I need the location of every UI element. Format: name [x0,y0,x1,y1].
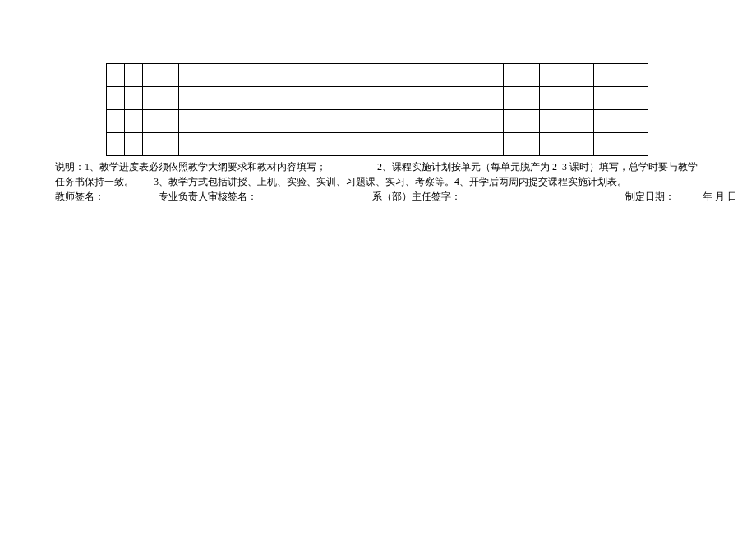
table-row [107,87,648,110]
notes-item-2-part1: 2、课程实施计划按单元（每单元脱产为 2–3 课时）填写，总学时要与教学 [377,161,698,173]
notes-item-4: 4、开学后两周内提交课程实施计划表。 [454,176,627,187]
notes-item-3: 3、教学方式包括讲授、上机、实验、实训、习题课、实习、考察等。 [154,176,454,187]
dept-head-signature-label: 系（部）主任签字： [372,191,461,202]
date-value: 年 月 日 [703,191,737,202]
table-row [107,64,648,87]
lead-signature-label: 专业负责人审核签名： [159,191,257,202]
table-row [107,110,648,133]
table-row [107,133,648,156]
teacher-signature-label: 教师签名： [55,191,104,202]
date-label: 制定日期： [625,191,675,202]
notes-prefix: 说明： [55,161,85,173]
signature-line: 教师签名：专业负责人审核签名：系（部）主任签字：制定日期：年 月 日 [55,189,756,204]
notes-item-1: 1、教学进度表必须依照教学大纲要求和教材内容填写； [85,161,326,173]
empty-grid-table [106,63,648,156]
notes-item-2-part2: 任务书保持一致。 [55,176,134,187]
notes-block: 说明：1、教学进度表必须依照教学大纲要求和教材内容填写；2、课程实施计划按单元（… [55,159,707,189]
